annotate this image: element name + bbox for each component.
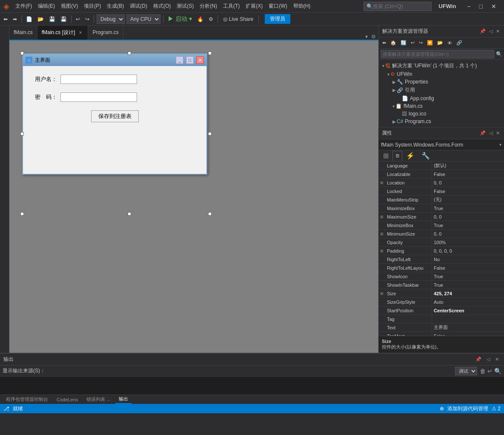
prop-tab-grid[interactable]: ⊞ (380, 150, 392, 161)
menu-extensions[interactable]: 扩展(X) (243, 2, 265, 11)
property-row[interactable]: Locked False (378, 187, 504, 196)
password-input[interactable] (60, 92, 137, 102)
se-toolbar-5[interactable]: ↪ (417, 39, 424, 46)
prop-row-value[interactable]: True (432, 206, 504, 211)
output-pin-icon[interactable]: 📌 (474, 356, 483, 363)
output-unpin-icon[interactable]: ◁ (485, 356, 492, 363)
prop-unpin-icon[interactable]: ◁ (488, 130, 493, 137)
tree-fmain[interactable]: ▾ 📋 fMain.cs (379, 102, 504, 110)
tree-program[interactable]: ▶ C# Program.cs (379, 118, 504, 125)
property-row[interactable]: SizeGripStyle Auto (378, 298, 504, 306)
pin-icon[interactable]: 📌 (479, 28, 487, 35)
prop-close-icon[interactable]: ✕ (495, 130, 501, 137)
search-go-icon[interactable]: 🔍 (496, 51, 502, 57)
designer-canvas-area[interactable]: ☆ 主界面 _ □ ✕ 用户名： 密 码： (9, 40, 378, 353)
property-row[interactable]: ⊞ Location 0, 0 (378, 179, 504, 187)
handle-mr[interactable] (208, 132, 212, 135)
maximize-button[interactable]: □ (475, 0, 487, 13)
property-row[interactable]: ⊞ Padding 0, 0, 0, 0 (378, 247, 504, 255)
menu-debug[interactable]: 调试(D) (127, 2, 150, 11)
live-share-button[interactable]: ◎ Live Share (220, 15, 256, 23)
output-tab-codelens[interactable]: CodeLens (53, 396, 81, 403)
output-tab-errors[interactable]: 错误列表 ... (83, 395, 114, 403)
form-close-btn[interactable]: ✕ (196, 56, 204, 64)
prop-tab-events[interactable]: ⚡ (403, 150, 418, 161)
output-source-select[interactable]: 调试 (455, 367, 477, 375)
output-find-icon[interactable]: 🔍 (494, 368, 501, 375)
debug-options-button[interactable]: ⚙ (207, 15, 215, 23)
tree-logo[interactable]: ▶ 🖼 logo.ico (379, 110, 504, 118)
property-row[interactable]: MaximizeBox True (378, 204, 504, 213)
property-row[interactable]: MinimizeBox True (378, 221, 504, 230)
menu-help[interactable]: 帮助(H) (291, 2, 313, 11)
properties-arrow[interactable]: ▶ (392, 80, 396, 84)
tree-app-config[interactable]: ▶ 📄 App.config (379, 95, 504, 102)
open-button[interactable]: 📂 (36, 15, 46, 23)
prop-tab-category[interactable]: ≡ (392, 151, 402, 161)
se-toolbar-3[interactable]: 🔄 (399, 39, 408, 46)
se-toolbar-7[interactable]: 📂 (435, 39, 445, 46)
menu-test[interactable]: 测试(S) (174, 2, 196, 11)
property-row[interactable]: Tag (378, 315, 504, 323)
tab-fmain-design-close[interactable]: ✕ (77, 30, 83, 35)
prop-row-value[interactable]: 425, 274 (432, 291, 504, 296)
handle-tl[interactable] (20, 52, 24, 55)
form-maximize-btn[interactable]: □ (186, 56, 194, 64)
property-row[interactable]: Language (默认) (378, 161, 504, 170)
solution-search-input[interactable] (381, 50, 494, 58)
property-row[interactable]: ⊞ Size 425, 274 (378, 289, 504, 298)
prop-row-value[interactable]: 0, 0 (432, 180, 504, 185)
prop-row-value[interactable]: False (432, 189, 504, 194)
search-box[interactable]: 🔍 (364, 2, 432, 11)
prop-row-value[interactable]: Auto (432, 300, 504, 305)
prop-row-value[interactable]: True (432, 223, 504, 228)
handle-bc[interactable] (128, 212, 131, 216)
prop-row-value[interactable]: True (432, 282, 504, 288)
tree-project[interactable]: ▾ ⚙ UFWin (379, 70, 504, 78)
save-all-button[interactable]: 💾 (59, 15, 69, 23)
properties-selector[interactable]: fMain System.Windows.Forms.Form ▾ (378, 139, 504, 150)
prop-row-value[interactable]: 主界面 (432, 324, 504, 331)
property-row[interactable]: Opacity 100% (378, 238, 504, 247)
property-row[interactable]: Localizable False (378, 170, 504, 179)
menu-file[interactable]: 文件(F) (13, 2, 34, 11)
close-panel-icon[interactable]: ✕ (495, 28, 501, 35)
menu-analyze[interactable]: 分析(N) (197, 2, 220, 11)
project-arrow[interactable]: ▾ (387, 72, 389, 77)
debug-config-select[interactable]: Debug (97, 14, 125, 24)
menu-window[interactable]: 窗口(W) (266, 2, 289, 11)
tab-fmain-design[interactable]: fMain.cs [设计] ✕ (37, 26, 89, 40)
output-tab-package[interactable]: 程序包管理器控制台 (3, 395, 52, 403)
add-to-source-label[interactable]: 添加到源代码管理 (447, 405, 488, 412)
minimize-button[interactable]: − (463, 0, 475, 13)
new-button[interactable]: 📄 (24, 15, 34, 23)
forward-button[interactable]: ➡ (11, 15, 19, 23)
output-tab-output[interactable]: 输出 (115, 395, 132, 404)
prop-row-value[interactable]: 100% (432, 240, 504, 245)
hot-reload-button[interactable]: 🔥 (195, 15, 205, 23)
property-row[interactable]: ShowIcon True (378, 272, 504, 281)
se-toolbar-2[interactable]: 🏠 (389, 39, 398, 46)
form-minimize-btn[interactable]: _ (176, 56, 183, 64)
program-arrow[interactable]: ▶ (392, 119, 396, 124)
property-row[interactable]: MainMenuStrip (无) (378, 196, 504, 204)
tree-solution[interactable]: ▾ 🏗 解决方案 'UFWin' (1 个项目，共 1 个) (379, 61, 504, 70)
tab-fmain-cs[interactable]: fMain.cs (9, 26, 37, 40)
toolbox-icon[interactable]: 工具箱 (1, 27, 8, 31)
property-row[interactable]: ⊞ MaximumSize 0, 0 (378, 213, 504, 221)
menu-build[interactable]: 生成(B) (104, 2, 126, 11)
tab-program-cs[interactable]: Program.cs (88, 26, 123, 40)
username-input[interactable] (60, 75, 137, 84)
solution-arrow[interactable]: ▾ (382, 63, 384, 68)
property-row[interactable]: RightToLeftLayou False (378, 264, 504, 272)
output-clear-icon[interactable]: 🗑 (480, 368, 486, 375)
prop-row-value[interactable]: No (432, 257, 504, 262)
references-arrow[interactable]: ▶ (392, 88, 396, 92)
property-row[interactable]: Text 主界面 (378, 323, 504, 332)
property-row[interactable]: TopMost False (378, 332, 504, 336)
prop-row-value[interactable]: (默认) (432, 162, 504, 169)
save-button[interactable]: 💾 (47, 15, 57, 23)
menu-project[interactable]: 项目(P) (81, 2, 103, 11)
prop-row-value[interactable]: (无) (432, 196, 504, 203)
se-toolbar-6[interactable]: 🔽 (425, 39, 435, 46)
